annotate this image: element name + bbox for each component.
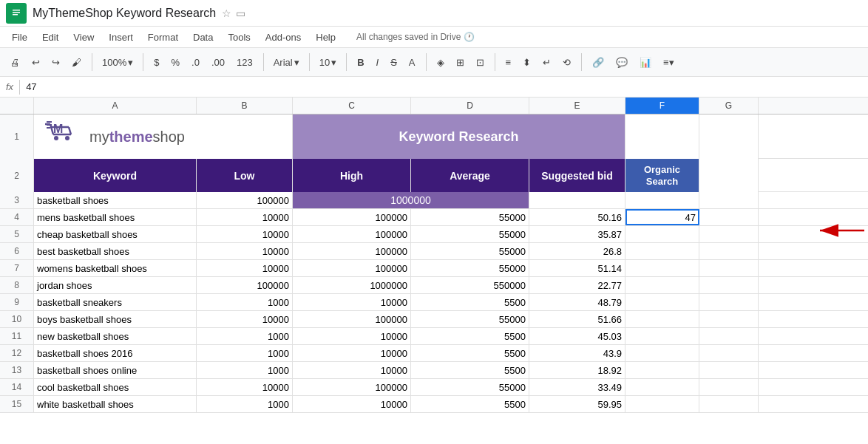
- cell-14-avg[interactable]: 55000: [411, 379, 529, 395]
- cell-2-bid[interactable]: Suggested bid: [529, 159, 625, 192]
- cell-11-avg[interactable]: 5500: [411, 328, 529, 344]
- col-header-d[interactable]: D: [411, 98, 529, 114]
- cell-14-organic[interactable]: [625, 379, 699, 395]
- col-header-b[interactable]: B: [197, 98, 293, 114]
- cell-10-bid[interactable]: 51.66: [529, 311, 625, 327]
- cell-12-avg[interactable]: 5500: [411, 345, 529, 361]
- cell-2-high[interactable]: High: [293, 159, 411, 192]
- cell-6-g[interactable]: [699, 243, 759, 259]
- print-button[interactable]: 🖨: [6, 54, 24, 71]
- cell-7-high[interactable]: 100000: [293, 260, 411, 276]
- cell-11-bid[interactable]: 45.03: [529, 328, 625, 344]
- cell-12-keyword[interactable]: basketball shoes 2016: [34, 345, 197, 361]
- folder-icon[interactable]: ▭: [236, 7, 245, 19]
- wrap-button[interactable]: ↵: [538, 54, 555, 71]
- cell-8-avg[interactable]: 550000: [411, 277, 529, 293]
- decimal-less-button[interactable]: .0: [187, 54, 204, 71]
- undo-button[interactable]: ↩: [27, 54, 44, 71]
- zoom-select[interactable]: 100% ▾: [98, 55, 137, 70]
- align-button[interactable]: ≡: [501, 54, 516, 71]
- col-header-e[interactable]: E: [529, 98, 625, 114]
- cell-15-high[interactable]: 10000: [293, 396, 411, 412]
- cell-5-avg[interactable]: 55000: [411, 226, 529, 242]
- menu-format[interactable]: Format: [142, 30, 184, 44]
- cell-15-organic[interactable]: [625, 396, 699, 412]
- menu-insert[interactable]: Insert: [103, 30, 139, 44]
- bold-button[interactable]: B: [353, 54, 368, 71]
- cell-8-keyword[interactable]: jordan shoes: [34, 277, 197, 293]
- cell-9-keyword[interactable]: basketball sneakers: [34, 294, 197, 310]
- cell-15-keyword[interactable]: white basketball shoes: [34, 396, 197, 412]
- cell-8-organic[interactable]: [625, 277, 699, 293]
- cell-2-keyword[interactable]: Keyword: [34, 159, 197, 192]
- cell-8-low[interactable]: 100000: [197, 277, 293, 293]
- cell-13-g[interactable]: [699, 362, 759, 378]
- menu-help[interactable]: Help: [310, 30, 342, 44]
- cell-6-high[interactable]: 100000: [293, 243, 411, 259]
- cell-10-high[interactable]: 100000: [293, 311, 411, 327]
- cell-6-keyword[interactable]: best basketball shoes: [34, 243, 197, 259]
- cell-2-low[interactable]: Low: [197, 159, 293, 192]
- col-header-f[interactable]: F: [625, 98, 699, 114]
- cell-7-low[interactable]: 10000: [197, 260, 293, 276]
- formula-value[interactable]: 47: [26, 81, 36, 92]
- more-formats-button[interactable]: 123: [232, 54, 257, 71]
- cell-1-a[interactable]: M mythemeshop: [34, 115, 293, 159]
- cell-8-bid[interactable]: 22.77: [529, 277, 625, 293]
- redo-button[interactable]: ↪: [47, 54, 64, 71]
- menu-tools[interactable]: Tools: [222, 30, 256, 44]
- cell-10-avg[interactable]: 55000: [411, 311, 529, 327]
- cell-7-avg[interactable]: 55000: [411, 260, 529, 276]
- cell-15-bid[interactable]: 59.95: [529, 396, 625, 412]
- cell-9-high[interactable]: 10000: [293, 294, 411, 310]
- cell-1-c[interactable]: Keyword Research: [293, 115, 625, 159]
- cell-2-organic[interactable]: OrganicSearch: [625, 159, 699, 192]
- cell-4-organic[interactable]: 47: [625, 209, 699, 225]
- cell-7-organic[interactable]: [625, 260, 699, 276]
- cell-11-organic[interactable]: [625, 328, 699, 344]
- cell-13-low[interactable]: 1000: [197, 362, 293, 378]
- cell-5-keyword[interactable]: cheap basketball shoes: [34, 226, 197, 242]
- cell-2-average[interactable]: Average: [411, 159, 529, 192]
- cell-12-high[interactable]: 10000: [293, 345, 411, 361]
- cell-4-low[interactable]: 10000: [197, 209, 293, 225]
- cell-14-low[interactable]: 10000: [197, 379, 293, 395]
- cell-6-bid[interactable]: 26.8: [529, 243, 625, 259]
- text-color-button[interactable]: A: [404, 54, 420, 71]
- cell-12-low[interactable]: 1000: [197, 345, 293, 361]
- cell-13-organic[interactable]: [625, 362, 699, 378]
- col-header-g[interactable]: G: [699, 98, 759, 114]
- cell-4-high[interactable]: 100000: [293, 209, 411, 225]
- col-header-c[interactable]: C: [293, 98, 411, 114]
- cell-10-g[interactable]: [699, 311, 759, 327]
- cell-9-low[interactable]: 1000: [197, 294, 293, 310]
- link-button[interactable]: 🔗: [588, 54, 608, 71]
- menu-addons[interactable]: Add-ons: [260, 30, 307, 44]
- rotate-button[interactable]: ⟲: [558, 54, 575, 71]
- cell-3-keyword[interactable]: basketball shoes: [34, 192, 197, 208]
- valign-button[interactable]: ⬍: [518, 54, 535, 71]
- font-select[interactable]: Arial ▾: [270, 55, 303, 70]
- menu-data[interactable]: Data: [187, 30, 219, 44]
- cell-15-g[interactable]: [699, 396, 759, 412]
- strikethrough-button[interactable]: S: [386, 54, 401, 71]
- chart-button[interactable]: 📊: [635, 54, 656, 71]
- cell-1-f[interactable]: [625, 115, 699, 159]
- font-size-select[interactable]: 10 ▾: [316, 55, 340, 70]
- border-button[interactable]: ⊞: [452, 54, 469, 71]
- paint-format-button[interactable]: 🖌: [67, 54, 86, 71]
- cell-10-organic[interactable]: [625, 311, 699, 327]
- percent-button[interactable]: %: [166, 54, 184, 71]
- cell-10-keyword[interactable]: boys basketball shoes: [34, 311, 197, 327]
- cell-1-g[interactable]: [699, 115, 759, 159]
- cell-4-keyword[interactable]: mens basketball shoes: [34, 209, 197, 225]
- cell-5-g[interactable]: [699, 226, 759, 242]
- cell-6-low[interactable]: 10000: [197, 243, 293, 259]
- fill-color-button[interactable]: ◈: [433, 54, 449, 71]
- cell-9-avg[interactable]: 5500: [411, 294, 529, 310]
- cell-5-organic[interactable]: [625, 226, 699, 242]
- cell-12-organic[interactable]: [625, 345, 699, 361]
- cell-4-avg[interactable]: 55000: [411, 209, 529, 225]
- menu-file[interactable]: File: [6, 30, 33, 44]
- cell-13-high[interactable]: 10000: [293, 362, 411, 378]
